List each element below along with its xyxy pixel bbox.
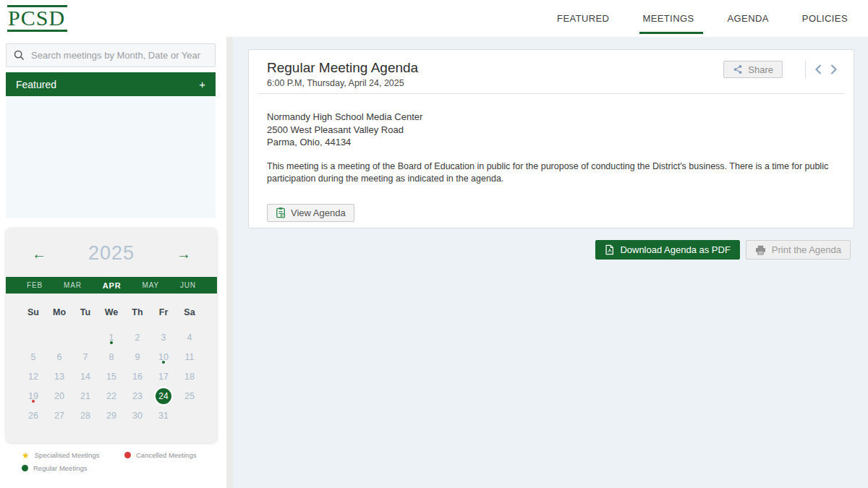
pdf-file-icon [605, 244, 614, 255]
calendar-day-number: 9 [135, 352, 140, 362]
calendar-day-number: 13 [54, 372, 64, 382]
calendar-day[interactable]: 23 [124, 386, 150, 406]
month-tab-apr[interactable]: APR [103, 281, 122, 290]
next-meeting-icon[interactable] [830, 64, 838, 75]
card-divider [258, 93, 845, 94]
download-pdf-button[interactable]: Download Agenda as PDF [595, 240, 739, 260]
day-headers: Su Mo Tu We Th Fr Sa [20, 307, 203, 317]
calendar-day[interactable]: 15 [98, 367, 124, 386]
month-tab-mar[interactable]: MAR [64, 281, 82, 289]
top-nav: FEATURED MEETINGS AGENDA POLICIES [557, 0, 848, 37]
printer-icon [755, 245, 766, 255]
header: PCSD FEATURED MEETINGS AGENDA POLICIES [0, 0, 868, 37]
meeting-pager [805, 61, 838, 78]
calendar-day-empty [20, 328, 46, 347]
calendar-day[interactable]: 5 [20, 347, 46, 367]
calendar-day-empty [46, 328, 72, 347]
day-header-th: Th [124, 307, 150, 317]
calendar-day[interactable]: 18 [176, 367, 203, 386]
nav-featured[interactable]: FEATURED [557, 0, 609, 37]
calendar-day[interactable]: 31 [150, 406, 176, 425]
meeting-body: Normandy High School Media Center 2500 W… [267, 111, 848, 222]
calendar-day[interactable]: 29 [98, 406, 124, 425]
nav-policies[interactable]: POLICIES [802, 0, 848, 37]
calendar-day-number: 2 [135, 333, 140, 343]
download-pdf-label: Download Agenda as PDF [620, 244, 730, 255]
calendar-widget: ← 2025 → FEB MAR APR MAY JUN Su Mo Tu We… [6, 228, 217, 442]
agenda-clipboard-icon [276, 207, 286, 218]
featured-panel [6, 96, 216, 218]
calendar-day[interactable]: 8 [98, 347, 124, 367]
day-header-we: We [98, 307, 124, 317]
calendar-day[interactable]: 13 [46, 367, 72, 386]
month-tab-jun[interactable]: JUN [180, 281, 196, 289]
next-year-arrow-icon[interactable]: → [176, 245, 191, 262]
location-line-3: Parma, Ohio, 44134 [267, 136, 848, 149]
calendar-day-number: 8 [109, 352, 114, 362]
calendar-day[interactable]: 19 [20, 386, 46, 406]
calendar-day[interactable]: 2 [124, 328, 150, 347]
calendar-day-number: 11 [185, 352, 195, 362]
search-icon [14, 50, 25, 61]
specialised-star-icon: ★ [22, 452, 30, 459]
calendar-day[interactable]: 4 [176, 328, 203, 347]
print-agenda-label: Print the Agenda [772, 244, 841, 255]
calendar-day[interactable]: 27 [46, 406, 72, 425]
calendar-day[interactable]: 20 [46, 386, 72, 406]
calendar-day[interactable]: 7 [72, 347, 98, 367]
month-tab-feb[interactable]: FEB [27, 281, 43, 289]
regular-meeting-dot-icon [110, 341, 113, 344]
calendar-day[interactable]: 14 [72, 367, 98, 386]
calendar-day[interactable]: 11 [176, 347, 203, 367]
calendar-week: 12131415161718 [20, 367, 203, 386]
calendar-day-number: 31 [158, 411, 169, 421]
legend-regular-label: Regular Meetings [33, 464, 87, 472]
calendar-day[interactable]: 21 [72, 386, 98, 406]
calendar-day-selected[interactable]: 24 [156, 388, 171, 404]
calendar-day[interactable]: 24 [150, 386, 176, 406]
meeting-description: This meeting is a meeting of the Board o… [267, 160, 848, 186]
calendar-day-empty [176, 406, 203, 425]
calendar-day[interactable]: 12 [20, 367, 46, 386]
calendar-day[interactable]: 16 [124, 367, 150, 386]
calendar-day[interactable]: 25 [176, 386, 203, 406]
regular-meeting-dot-icon [162, 361, 165, 364]
print-agenda-button[interactable]: Print the Agenda [746, 240, 851, 260]
calendar-day[interactable]: 10 [150, 347, 176, 367]
prev-meeting-icon[interactable] [814, 64, 822, 75]
featured-accordion[interactable]: Featured + [6, 72, 216, 96]
legend-specialised-label: Specialised Meetings [35, 451, 100, 459]
meeting-title: Regular Meeting Agenda [267, 60, 418, 76]
search-input[interactable] [31, 50, 208, 61]
calendar-day-number: 20 [54, 391, 64, 401]
day-header-fr: Fr [150, 307, 176, 317]
calendar-day[interactable]: 1 [98, 328, 124, 347]
calendar-day[interactable]: 3 [150, 328, 176, 347]
calendar-day[interactable]: 28 [72, 406, 98, 425]
day-header-tu: Tu [72, 307, 98, 317]
calendar-day-number: 12 [28, 372, 38, 382]
calendar-day[interactable]: 30 [124, 406, 150, 425]
calendar-day[interactable]: 22 [98, 386, 124, 406]
calendar-day[interactable]: 26 [20, 406, 46, 425]
month-tab-may[interactable]: MAY [142, 281, 159, 289]
meeting-datetime: 6:00 P.M, Thursday, April 24, 2025 [267, 78, 404, 88]
expand-plus-icon[interactable]: + [199, 78, 205, 90]
sidebar-scrollbar[interactable] [226, 37, 233, 488]
calendar-day-number: 6 [57, 352, 62, 362]
featured-label: Featured [16, 79, 56, 90]
month-tabs: FEB MAR APR MAY JUN [6, 277, 217, 294]
page: PCSD FEATURED MEETINGS AGENDA POLICIES F… [0, 0, 868, 488]
calendar-legend: ★ Specialised Meetings Cancelled Meeting… [22, 451, 217, 477]
calendar-day-number: 3 [161, 333, 166, 343]
calendar-day[interactable]: 6 [46, 347, 72, 367]
pcsd-logo[interactable]: PCSD [7, 5, 67, 32]
cancelled-dot-icon [124, 452, 131, 458]
share-button[interactable]: Share [723, 61, 783, 78]
nav-agenda[interactable]: AGENDA [728, 0, 769, 37]
calendar-day-number: 15 [106, 372, 116, 382]
nav-meetings[interactable]: MEETINGS [642, 0, 694, 37]
calendar-day[interactable]: 17 [150, 367, 176, 386]
calendar-day[interactable]: 9 [124, 347, 150, 367]
view-agenda-button[interactable]: View Agenda [267, 204, 354, 222]
